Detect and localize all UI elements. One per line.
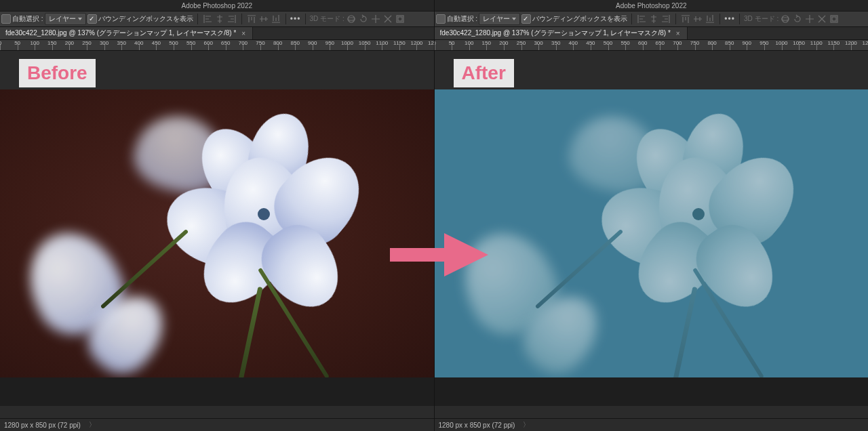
- scale-3d-icon[interactable]: [829, 14, 840, 24]
- status-doc-size: 1280 px x 850 px (72 ppi): [439, 422, 515, 429]
- align-right-edges-icon[interactable]: [226, 14, 237, 24]
- auto-select-target-dropdown[interactable]: レイヤー: [45, 13, 86, 25]
- align-vertical-centers-icon[interactable]: [692, 14, 703, 24]
- app-title: Adobe Photoshop 2022: [616, 2, 687, 9]
- align-right-edges-icon[interactable]: [660, 14, 671, 24]
- close-tab-icon[interactable]: ×: [675, 30, 682, 37]
- pan-3d-icon[interactable]: [370, 14, 381, 24]
- auto-select-checkbox[interactable]: [436, 14, 446, 24]
- scale-3d-icon[interactable]: [395, 14, 406, 24]
- document-tab-row: fde30c422_1280.jpg @ 137% (グラデーションマップ 1,…: [435, 27, 869, 40]
- align-horizontal-centers-icon[interactable]: [648, 14, 659, 24]
- separator: [197, 14, 198, 24]
- document-tab-row: fde30c422_1280.jpg @ 137% (グラデーションマップ 1,…: [0, 27, 434, 40]
- pane-after: Adobe Photoshop 2022 自動選択 : レイヤー バウンディング…: [435, 0, 869, 431]
- canvas-bottom-gap: [0, 377, 434, 406]
- status-caret-icon[interactable]: 〉: [86, 420, 98, 430]
- svg-point-4: [782, 16, 789, 22]
- mode-3d-label: 3D モード :: [310, 14, 344, 24]
- svg-point-1: [348, 18, 355, 20]
- canvas-image: [0, 89, 434, 379]
- canvas-area[interactable]: After: [435, 51, 869, 418]
- svg-point-5: [782, 18, 789, 20]
- title-bar: Adobe Photoshop 2022: [0, 0, 434, 12]
- annotation-text: After: [462, 62, 506, 83]
- align-top-edges-icon[interactable]: [246, 14, 257, 24]
- document-tab-label: fde30c422_1280.jpg @ 137% (グラデーションマップ 1,…: [440, 28, 671, 38]
- align-top-edges-icon[interactable]: [680, 14, 691, 24]
- document-tab[interactable]: fde30c422_1280.jpg @ 137% (グラデーションマップ 1,…: [435, 27, 688, 39]
- document-tab[interactable]: fde30c422_1280.jpg @ 137% (グラデーションマップ 1,…: [0, 27, 253, 39]
- auto-select-target-value: レイヤー: [483, 14, 510, 24]
- separator: [739, 14, 740, 24]
- separator: [719, 14, 720, 24]
- align-vertical-centers-icon[interactable]: [258, 14, 269, 24]
- align-horizontal-centers-icon[interactable]: [214, 14, 225, 24]
- status-bar: 1280 px x 850 px (72 ppi) 〉: [0, 418, 434, 431]
- svg-point-0: [348, 16, 355, 22]
- chevron-down-icon: [78, 18, 82, 20]
- canvas-bottom-gap: [435, 377, 869, 406]
- canvas-area[interactable]: Before: [0, 51, 434, 418]
- options-bar: 自動選択 : レイヤー バウンディングボックスを表示 ••• 3D モード :: [0, 12, 434, 27]
- annotation-text: Before: [27, 62, 87, 83]
- roll-3d-icon[interactable]: [792, 14, 803, 24]
- separator: [631, 14, 632, 24]
- slide-3d-icon[interactable]: [816, 14, 827, 24]
- status-caret-icon[interactable]: 〉: [520, 420, 532, 430]
- annotation-label-after: After: [454, 59, 514, 87]
- align-left-edges-icon[interactable]: [636, 14, 647, 24]
- options-bar: 自動選択 : レイヤー バウンディングボックスを表示 ••• 3D モード :: [435, 12, 869, 27]
- align-left-edges-icon[interactable]: [202, 14, 213, 24]
- svg-rect-3: [398, 17, 402, 21]
- canvas-image: [435, 89, 869, 379]
- more-options-icon[interactable]: •••: [290, 14, 301, 24]
- auto-select-label: 自動選択 :: [12, 14, 43, 24]
- separator: [241, 14, 242, 24]
- document-tab-label: fde30c422_1280.jpg @ 137% (グラデーションマップ 1,…: [5, 28, 236, 38]
- align-bottom-edges-icon[interactable]: [705, 14, 715, 24]
- horizontal-ruler[interactable]: 0501001502002503003504004505005506006507…: [435, 40, 869, 51]
- mode-3d-label: 3D モード :: [744, 14, 778, 24]
- auto-select-label: 自動選択 :: [447, 14, 478, 24]
- svg-rect-7: [832, 17, 836, 21]
- show-bbox-checkbox[interactable]: [87, 14, 97, 24]
- close-tab-icon[interactable]: ×: [240, 30, 247, 37]
- separator: [285, 14, 286, 24]
- pane-before: Adobe Photoshop 2022 自動選択 : レイヤー バウンディング…: [0, 0, 435, 431]
- align-bottom-edges-icon[interactable]: [271, 14, 281, 24]
- separator: [675, 14, 676, 24]
- auto-select-target-value: レイヤー: [49, 14, 76, 24]
- show-bbox-label: バウンディングボックスを表示: [98, 14, 193, 24]
- show-bbox-checkbox[interactable]: [521, 14, 531, 24]
- more-options-icon[interactable]: •••: [724, 14, 735, 24]
- orbit-3d-icon[interactable]: [780, 14, 791, 24]
- orbit-3d-icon[interactable]: [346, 14, 357, 24]
- status-doc-size: 1280 px x 850 px (72 ppi): [4, 422, 81, 429]
- horizontal-ruler[interactable]: 0501001502002503003504004505005506006507…: [0, 40, 434, 51]
- status-bar: 1280 px x 850 px (72 ppi) 〉: [435, 418, 869, 431]
- annotation-label-before: Before: [19, 59, 96, 87]
- separator: [305, 14, 306, 24]
- auto-select-checkbox[interactable]: [1, 14, 11, 24]
- chevron-down-icon: [512, 18, 516, 20]
- slide-3d-icon[interactable]: [382, 14, 393, 24]
- title-bar: Adobe Photoshop 2022: [435, 0, 869, 12]
- show-bbox-label: バウンディングボックスを表示: [532, 14, 627, 24]
- app-title: Adobe Photoshop 2022: [181, 2, 252, 9]
- auto-select-target-dropdown[interactable]: レイヤー: [479, 13, 520, 25]
- pan-3d-icon[interactable]: [804, 14, 815, 24]
- roll-3d-icon[interactable]: [358, 14, 369, 24]
